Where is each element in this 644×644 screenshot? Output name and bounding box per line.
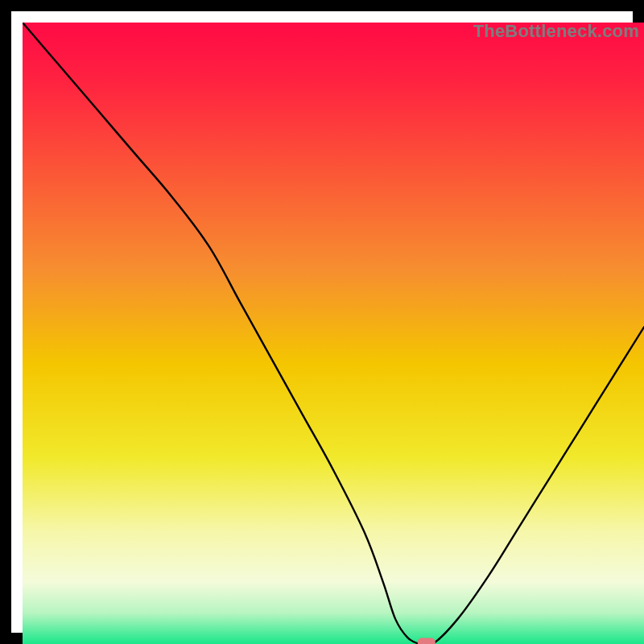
attribution-watermark: TheBottleneck.com	[473, 21, 639, 42]
chart-frame: TheBottleneck.com	[0, 0, 644, 644]
optimal-marker	[418, 638, 436, 645]
gradient-background	[23, 23, 644, 644]
chart-svg	[23, 23, 644, 644]
plot-area: TheBottleneck.com	[23, 23, 644, 644]
